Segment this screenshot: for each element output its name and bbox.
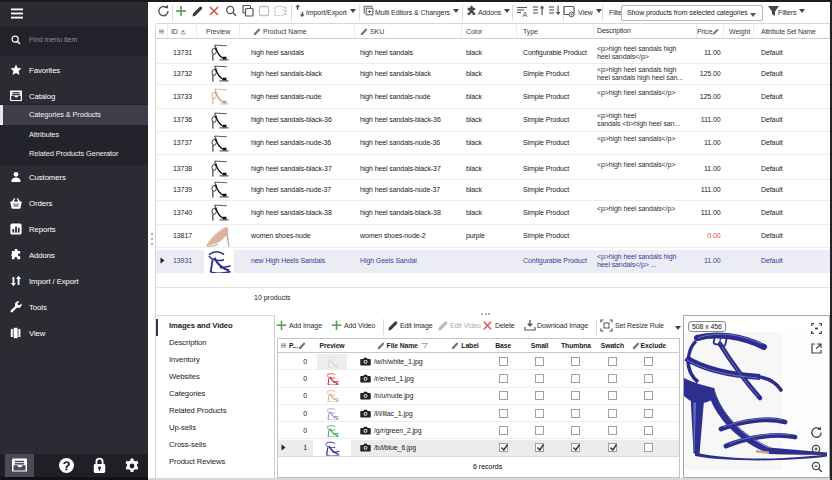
svg-text:A: A xyxy=(523,11,528,18)
